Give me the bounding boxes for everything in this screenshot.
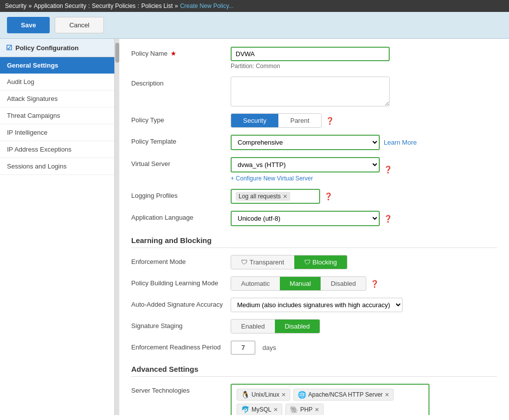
sidebar-header-label: Policy Configuration <box>15 44 79 52</box>
days-label: days <box>262 344 276 351</box>
policy-type-security-btn[interactable]: Security <box>231 114 278 127</box>
sidebar-item-audit-log[interactable]: Audit Log <box>0 74 114 90</box>
blocking-label: Blocking <box>313 258 337 266</box>
policy-template-row: Policy Template Comprehensive Learn More <box>131 135 497 150</box>
enforcement-mode-label: Enforcement Mode <box>131 255 231 265</box>
breadcrumb-sep3: : <box>138 2 139 9</box>
advanced-settings-header: Advanced Settings <box>131 365 497 377</box>
automatic-btn[interactable]: Automatic <box>231 277 280 290</box>
accuracy-label: Auto-Added Signature Accuracy <box>131 298 231 308</box>
cancel-button[interactable]: Cancel <box>55 17 103 33</box>
policy-building-help-icon[interactable]: ❓ <box>370 280 379 288</box>
php-remove[interactable]: ✕ <box>315 407 319 413</box>
breadcrumb-sep1: » <box>28 2 32 9</box>
sidebar-general-settings-label: General Settings <box>7 62 58 69</box>
breadcrumb-create-new[interactable]: Create New Policy... <box>180 2 234 9</box>
server-tech-row: Server Technologies 🐧 Unix/Linux ✕ 🌐 Apa… <box>131 384 497 415</box>
blocking-btn[interactable]: 🛡 Blocking <box>294 255 347 269</box>
main-layout: ☑ Policy Configuration General Settings … <box>0 39 509 415</box>
unix-remove[interactable]: ✕ <box>281 392 286 398</box>
app-language-label: Application Language <box>131 211 231 221</box>
tech-tag-unix: 🐧 Unix/Linux ✕ <box>237 389 290 401</box>
virtual-server-help-icon[interactable]: ❓ <box>384 166 392 173</box>
signature-staging-group: Enabled Disabled <box>231 319 320 334</box>
policy-name-input[interactable] <box>231 47 390 61</box>
app-language-select[interactable]: Unicode (utf-8) <box>231 211 380 226</box>
breadcrumb-security[interactable]: Security <box>5 2 26 9</box>
transparent-btn[interactable]: 🛡 Transparent <box>231 255 294 269</box>
description-row: Description <box>131 77 497 106</box>
configure-vs-link[interactable]: + Configure New Virtual Server <box>231 175 313 182</box>
virtual-server-select[interactable]: dvwa_vs (HTTP) <box>231 157 380 172</box>
description-input[interactable] <box>231 77 390 106</box>
sidebar-ip-intelligence-label: IP Intelligence <box>7 129 47 136</box>
sidebar-item-threat-campaigns[interactable]: Threat Campaigns <box>0 107 114 124</box>
staging-disabled-btn[interactable]: Disabled <box>275 320 320 333</box>
sidebar-item-sessions-logins[interactable]: Sessions and Logins <box>0 158 114 175</box>
manual-btn[interactable]: Manual <box>280 277 321 290</box>
server-tech-control: 🐧 Unix/Linux ✕ 🌐 Apache/NCSA HTTP Server… <box>231 384 497 415</box>
policy-name-row: Policy Name ★ Partition: Common <box>131 47 497 70</box>
policy-config-checkbox[interactable]: ☑ <box>6 44 12 52</box>
sidebar-item-attack-signatures[interactable]: Attack Signatures <box>0 90 114 107</box>
unix-label: Unix/Linux <box>252 391 279 398</box>
policy-building-label: Policy Building Learning Mode <box>131 276 231 287</box>
readiness-label: Enforcement Readiness Period <box>131 340 231 351</box>
sidebar-scrollbar[interactable] <box>114 39 119 415</box>
description-control <box>231 77 497 106</box>
policy-name-control: Partition: Common <box>231 47 497 70</box>
policy-type-parent-btn[interactable]: Parent <box>278 114 321 127</box>
policy-building-group: Automatic Manual Disabled <box>231 276 366 291</box>
sidebar-item-general-settings[interactable]: General Settings <box>0 57 114 74</box>
logging-profiles-help-icon[interactable]: ❓ <box>324 192 333 200</box>
log-all-requests-tag: Log all requests ✕ <box>236 192 290 201</box>
sidebar-header: ☑ Policy Configuration <box>0 39 114 57</box>
readiness-row: Enforcement Readiness Period 7 days <box>131 340 497 355</box>
content-area: Policy Name ★ Partition: Common Descript… <box>119 39 509 415</box>
sidebar-scrollbar-thumb[interactable] <box>115 43 119 63</box>
sidebar-wrapper: ☑ Policy Configuration General Settings … <box>0 39 119 415</box>
sidebar: ☑ Policy Configuration General Settings … <box>0 39 114 415</box>
breadcrumb-sep4: » <box>175 2 178 9</box>
tech-tag-mysql: 🐬 MySQL ✕ <box>237 404 282 415</box>
policy-building-control: Automatic Manual Disabled ❓ <box>231 276 497 291</box>
server-tech-container: 🐧 Unix/Linux ✕ 🌐 Apache/NCSA HTTP Server… <box>231 384 429 415</box>
accuracy-select[interactable]: Medium (also includes signatures with hi… <box>231 298 403 312</box>
log-all-requests-label: Log all requests <box>239 193 281 200</box>
php-icon: 🐘 <box>290 406 298 414</box>
readiness-input[interactable]: 7 <box>231 340 255 355</box>
unix-icon: 🐧 <box>241 391 250 399</box>
blocking-icon: 🛡 <box>304 258 311 266</box>
policy-template-select[interactable]: Comprehensive <box>231 135 380 150</box>
breadcrumb-sep2: : <box>88 2 89 9</box>
staging-enabled-btn[interactable]: Enabled <box>231 320 275 333</box>
disabled-btn[interactable]: Disabled <box>321 277 366 290</box>
apache-remove[interactable]: ✕ <box>385 392 389 398</box>
policy-type-help-icon[interactable]: ❓ <box>326 117 334 125</box>
learn-more-link[interactable]: Learn More <box>384 139 417 146</box>
policy-name-label: Policy Name ★ <box>131 47 231 57</box>
log-all-requests-remove[interactable]: ✕ <box>283 193 287 200</box>
mysql-remove[interactable]: ✕ <box>273 407 278 413</box>
transparent-label: Transparent <box>250 258 284 266</box>
breadcrumb-security-policies: Security Policies <box>92 2 136 9</box>
signature-staging-label: Signature Staging <box>131 319 231 330</box>
app-language-help-icon[interactable]: ❓ <box>384 215 392 223</box>
policy-type-label: Policy Type <box>131 113 231 124</box>
breadcrumb-app-security: Application Security <box>34 2 86 9</box>
accuracy-control: Medium (also includes signatures with hi… <box>231 298 497 312</box>
sidebar-item-ip-address-exceptions[interactable]: IP Address Exceptions <box>0 141 114 158</box>
breadcrumb-policies-list: Policies List <box>141 2 172 9</box>
sidebar-threat-campaigns-label: Threat Campaigns <box>7 112 60 119</box>
logging-profiles-label: Logging Profiles <box>131 189 231 199</box>
signature-staging-row: Signature Staging Enabled Disabled <box>131 319 497 334</box>
accuracy-row: Auto-Added Signature Accuracy Medium (al… <box>131 298 497 312</box>
mysql-icon: 🐬 <box>241 406 250 414</box>
signature-staging-control: Enabled Disabled <box>231 319 497 334</box>
app-language-row: Application Language Unicode (utf-8) ❓ <box>131 211 497 226</box>
virtual-server-row: Virtual Server dvwa_vs (HTTP) + Configur… <box>131 157 497 182</box>
sidebar-item-ip-intelligence[interactable]: IP Intelligence <box>0 124 114 141</box>
toolbar: Save Cancel <box>0 12 509 39</box>
enforcement-mode-row: Enforcement Mode 🛡 Transparent 🛡 Blockin… <box>131 255 497 269</box>
save-button[interactable]: Save <box>7 17 50 33</box>
